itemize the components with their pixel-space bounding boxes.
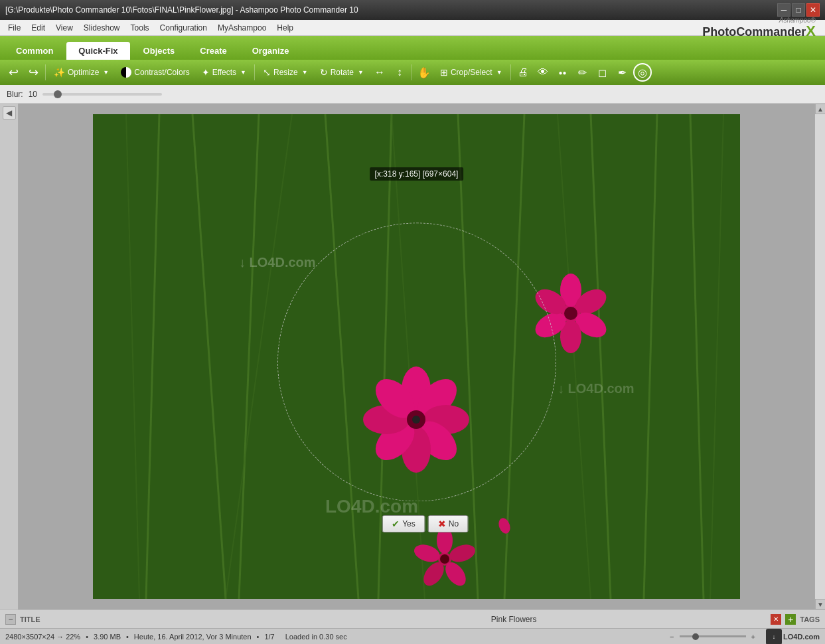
tabbar: Common Quick-Fix Objects Create Organize	[0, 36, 825, 60]
toolbar: ↩ ↪ ✨ Optimize ▼ Contrast/Colors ✦ Effec…	[0, 60, 825, 85]
tags-label: TAGS	[800, 615, 820, 623]
lo4d-logo: ↓ LO4D.com	[766, 629, 820, 645]
rotate-button[interactable]: ↻ Rotate ▼	[315, 65, 369, 80]
tab-objects[interactable]: Objects	[131, 42, 187, 60]
crop-icon: ⊞	[440, 67, 448, 78]
image-title-text: Pink Flowers	[491, 615, 537, 624]
contrast-icon	[121, 67, 131, 78]
yes-label: Yes	[402, 519, 415, 528]
logo-product: PhotoCommanderX	[702, 24, 816, 39]
menu-help[interactable]: Help	[271, 22, 299, 34]
menu-tools[interactable]: Tools	[125, 22, 155, 34]
file-size: 3.90 MB	[94, 633, 121, 641]
tags-add-button[interactable]: +	[785, 614, 796, 625]
confirm-dialog: ✔ Yes ✖ No	[382, 515, 469, 532]
flip-vertical-button[interactable]: ↕	[390, 63, 409, 82]
crop-button[interactable]: ⊞ Crop/Select ▼	[435, 65, 508, 80]
logo-photo: Photo	[702, 25, 736, 39]
no-x-icon: ✖	[438, 519, 446, 529]
tags-section: ✕ + TAGS	[765, 614, 825, 625]
resize-dropdown-icon: ▼	[302, 69, 308, 76]
position-text: 1/7	[264, 633, 274, 641]
separator-dot3: •	[257, 633, 260, 641]
rotate-label: Rotate	[331, 68, 354, 77]
datetime-text: Heute, 16. April 2012, Vor 3 Minuten	[134, 633, 252, 641]
blurbar: Blur: 10	[0, 85, 825, 104]
separator-2	[254, 64, 255, 80]
main-area: ◀	[0, 104, 825, 609]
effects-label: Effects	[212, 68, 236, 77]
close-button[interactable]: ✕	[806, 3, 820, 17]
zoom-plus-icon[interactable]: +	[751, 633, 755, 641]
zoom-minus-icon[interactable]: −	[670, 633, 674, 641]
blur-value: 10	[29, 90, 37, 99]
separator-1	[45, 64, 46, 80]
logo-commander: Commander	[736, 25, 806, 39]
separator-4	[510, 64, 511, 80]
tags-close-button[interactable]: ✕	[771, 614, 781, 625]
optimize-icon: ✨	[54, 67, 65, 78]
contrast-button[interactable]: Contrast/Colors	[115, 65, 194, 80]
tab-organize[interactable]: Organize	[240, 42, 301, 60]
scroll-up-button[interactable]: ▲	[815, 104, 825, 114]
optimize-button[interactable]: ✨ Optimize ▼	[48, 65, 114, 80]
svg-text:↓ LO4D.com: ↓ LO4D.com	[239, 255, 316, 270]
status-bar: 2480×3507×24 → 22% • 3.90 MB • Heute, 16…	[0, 628, 825, 644]
menu-edit[interactable]: Edit	[26, 22, 50, 34]
redo-button[interactable]: ↪	[24, 63, 42, 82]
scroll-down-button[interactable]: ▼	[815, 599, 825, 609]
pen-button[interactable]: ✒	[613, 63, 632, 82]
separator-3	[412, 64, 412, 80]
menu-myashampoo[interactable]: MyAshampoo	[212, 22, 271, 34]
tab-create[interactable]: Create	[188, 42, 238, 60]
skin-button[interactable]: ●●	[554, 63, 572, 82]
menu-view[interactable]: View	[50, 22, 78, 34]
target-button[interactable]: ◎	[633, 63, 652, 82]
titlebar-controls: ─ □ ✕	[777, 3, 820, 17]
svg-point-26	[412, 416, 420, 424]
logo-x: X	[806, 23, 816, 39]
resize-label: Resize	[273, 68, 298, 77]
title-section: − TITLE	[0, 614, 262, 625]
yes-button[interactable]: ✔ Yes	[382, 515, 425, 532]
right-scrollbar: ▲ ▼	[814, 104, 825, 609]
print-button[interactable]: 🖨	[514, 63, 532, 82]
erase-button[interactable]: ◻	[593, 63, 612, 82]
hand-tool-button[interactable]: ✋	[415, 63, 433, 82]
maximize-button[interactable]: □	[792, 3, 805, 17]
title-label: TITLE	[20, 615, 40, 623]
blur-slider[interactable]	[42, 93, 162, 96]
separator-dot: •	[86, 633, 88, 641]
minimize-button[interactable]: ─	[777, 3, 790, 17]
effects-button[interactable]: ✦ Effects ▼	[196, 65, 252, 80]
tab-quickfix[interactable]: Quick-Fix	[66, 42, 129, 60]
resize-button[interactable]: ⤡ Resize ▼	[258, 65, 313, 80]
title-collapse-button[interactable]: −	[5, 614, 16, 625]
undo-button[interactable]: ↩	[4, 63, 23, 82]
svg-text:LO4D.com: LO4D.com	[325, 496, 418, 517]
titlebar-title: [G:\Produkte\Photo Commander 10\Fotos\FI…	[5, 5, 358, 15]
canvas-area[interactable]: ↓ LO4D.com ↓ LO4D.com LO4D.com [x:318 y:…	[19, 104, 814, 609]
status-right: − + ↓ LO4D.com	[670, 629, 820, 645]
menu-slideshow[interactable]: Slideshow	[78, 22, 125, 34]
separator-dot2: •	[126, 633, 129, 641]
status-left: 2480×3507×24 → 22% • 3.90 MB • Heute, 16…	[5, 633, 347, 641]
blur-label: Blur:	[7, 90, 23, 99]
menu-file[interactable]: File	[3, 22, 26, 34]
left-panel-button[interactable]: ◀	[3, 106, 16, 120]
menu-configuration[interactable]: Configuration	[155, 22, 212, 34]
title-value-center: Pink Flowers	[262, 615, 765, 624]
svg-point-41	[440, 554, 449, 564]
flip-horizontal-button[interactable]: ↔	[370, 63, 389, 82]
image-display: ↓ LO4D.com ↓ LO4D.com LO4D.com [x:318 y:…	[93, 114, 740, 599]
zoom-slider[interactable]	[680, 635, 746, 637]
optimize-label: Optimize	[68, 68, 99, 77]
effects-icon: ✦	[202, 67, 210, 78]
scroll-track[interactable]	[815, 114, 825, 599]
brush-button[interactable]: ✏	[573, 63, 592, 82]
tab-common[interactable]: Common	[4, 42, 65, 60]
redeye-button[interactable]: 👁	[534, 63, 552, 82]
svg-text:↓ LO4D.com: ↓ LO4D.com	[558, 381, 635, 396]
no-button[interactable]: ✖ No	[428, 515, 469, 532]
rotate-icon: ↻	[320, 67, 328, 78]
